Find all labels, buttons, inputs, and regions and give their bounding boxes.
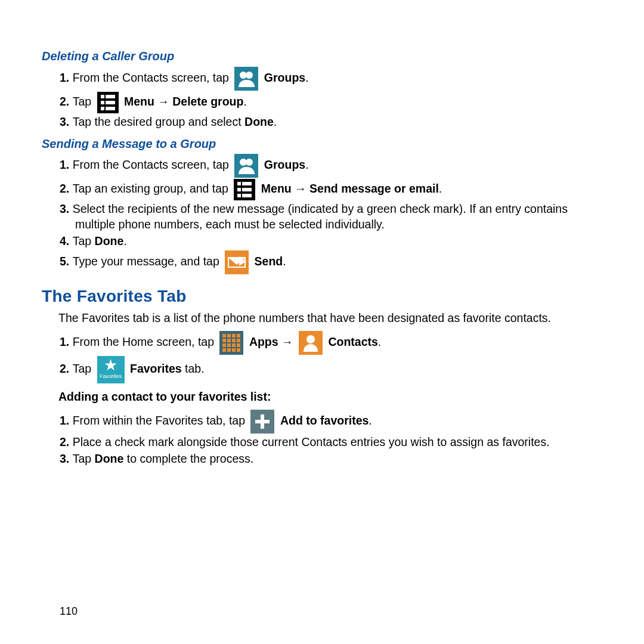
- step-tail: .: [243, 95, 246, 108]
- list-item: Tap Menu → Delete group.: [42, 92, 608, 113]
- list-item: Tap Done.: [42, 234, 608, 249]
- step-bold: Done: [95, 452, 124, 465]
- steps-sending-message-group: From the Contacts screen, tap Groups. Ta…: [42, 154, 608, 274]
- step-bold: Add to favorites: [280, 414, 369, 427]
- groups-icon: [234, 67, 258, 91]
- step-tail: .: [305, 71, 308, 84]
- step-text: From the Contacts screen, tap: [73, 158, 233, 171]
- heading-favorites-tab: The Favorites Tab: [42, 285, 608, 307]
- favorites-intro: The Favorites tab is a list of the phone…: [42, 311, 608, 326]
- manual-page: Deleting a Caller Group From the Contact…: [0, 0, 644, 467]
- step-text: From within the Favorites tab, tap: [73, 414, 249, 427]
- list-item: Tap the desired group and select Done.: [42, 114, 608, 130]
- step-tail: .: [439, 182, 442, 195]
- step-bold: Apps →: [249, 335, 296, 348]
- step-tail: .: [305, 158, 308, 171]
- step-tail: tab.: [182, 362, 205, 375]
- plus-icon: [250, 410, 274, 434]
- menu-icon: [234, 179, 255, 200]
- step-tail: .: [378, 335, 381, 348]
- step-bold: Menu → Send message or email: [261, 182, 439, 195]
- step-bold: Done: [95, 234, 124, 247]
- step-text: Tap the desired group and select: [73, 115, 244, 128]
- step-text: From the Contacts screen, tap: [73, 71, 233, 84]
- heading-deleting-caller-group: Deleting a Caller Group: [42, 48, 608, 64]
- step-tail: .: [283, 255, 286, 268]
- step-bold: Contacts: [328, 335, 377, 348]
- favorites-icon: ★ Favorites: [97, 356, 125, 383]
- step-bold: Done: [244, 115, 274, 128]
- step-text: Type your message, and tap: [73, 255, 222, 268]
- step-text: Tap: [73, 362, 95, 375]
- step-bold: Groups: [264, 71, 305, 84]
- step-tail: .: [369, 414, 371, 427]
- step-tail: to complete the process.: [123, 452, 253, 465]
- step-text: Tap: [73, 452, 95, 465]
- step-bold: Send: [255, 255, 283, 268]
- heading-sending-message-group: Sending a Message to a Group: [42, 136, 608, 152]
- list-item: Tap ★ Favorites Favorites tab.: [42, 356, 608, 383]
- list-item: From the Contacts screen, tap Groups.: [42, 154, 608, 178]
- step-bold: Menu → Delete group: [124, 95, 243, 108]
- steps-adding-favorite: From within the Favorites tab, tap Add t…: [42, 410, 608, 467]
- list-item: Select the recipients of the new message…: [42, 202, 608, 233]
- menu-icon: [97, 92, 119, 113]
- step-text: Select the recipients of the new message…: [73, 202, 568, 231]
- list-item: Type your message, and tap Send.: [42, 250, 608, 274]
- list-item: From within the Favorites tab, tap Add t…: [42, 410, 608, 434]
- send-icon: [225, 250, 249, 274]
- apps-icon: [219, 331, 243, 355]
- steps-deleting-caller-group: From the Contacts screen, tap Groups. Ta…: [42, 67, 608, 130]
- step-text: Tap: [73, 234, 95, 247]
- step-tail: .: [274, 115, 277, 128]
- groups-icon: [234, 154, 258, 178]
- list-item: Tap Done to complete the process.: [42, 451, 608, 467]
- list-item: Tap an existing group, and tap Menu → Se…: [42, 179, 608, 200]
- step-bold: Favorites: [130, 362, 182, 375]
- step-bold: Groups: [264, 158, 305, 171]
- list-item: Place a check mark alongside those curre…: [42, 435, 608, 450]
- favorites-icon-caption: Favorites: [97, 373, 125, 380]
- subheading-adding-favorite: Adding a contact to your favorites list:: [42, 389, 608, 405]
- step-text: From the Home screen, tap: [73, 335, 218, 348]
- step-text: Tap an existing group, and tap: [73, 182, 232, 195]
- contacts-icon: [299, 331, 323, 355]
- step-text: Tap: [73, 95, 95, 108]
- list-item: From the Contacts screen, tap Groups.: [42, 67, 608, 91]
- page-number: 110: [60, 605, 78, 618]
- list-item: From the Home screen, tap Apps → Contact…: [42, 331, 608, 355]
- step-text: Place a check mark alongside those curre…: [73, 435, 550, 448]
- step-tail: .: [123, 234, 126, 247]
- steps-favorites: From the Home screen, tap Apps → Contact…: [42, 331, 608, 383]
